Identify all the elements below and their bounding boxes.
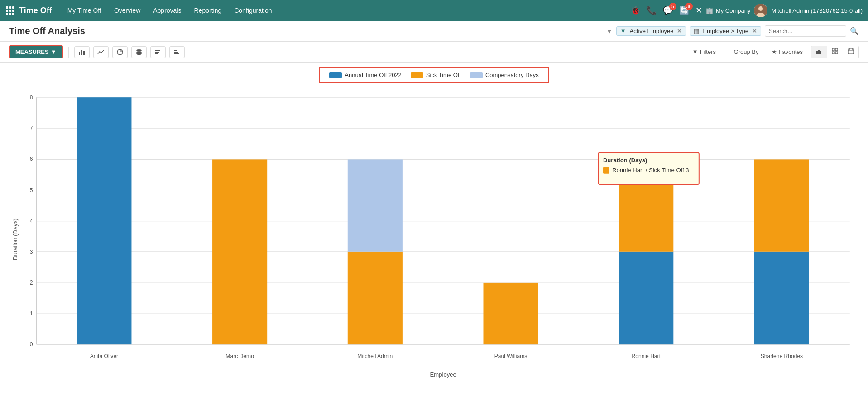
svg-text:8: 8 — [30, 94, 33, 101]
page-title: Time Off Analysis — [9, 26, 601, 36]
svg-rect-8 — [12, 13, 14, 15]
bar-chart-button[interactable] — [74, 46, 90, 58]
filter-tag-label: Employee > Type — [703, 28, 748, 34]
nav-my-time-off[interactable]: My Time Off — [61, 0, 108, 21]
svg-rect-6 — [6, 13, 8, 15]
company-name: My Company — [716, 7, 751, 14]
top-navigation: Time Off My Time Off Overview Approvals … — [0, 0, 868, 21]
groupby-button[interactable]: ≡ Group By — [724, 47, 763, 57]
search-input[interactable] — [765, 25, 846, 37]
svg-text:Ronnie Hart: Ronnie Hart — [631, 353, 661, 359]
user-avatar — [754, 4, 767, 17]
filters-button[interactable]: ▼ Filters — [688, 47, 720, 57]
svg-point-17 — [136, 51, 142, 53]
sort-asc-button[interactable] — [169, 46, 185, 58]
svg-rect-14 — [83, 51, 85, 55]
filter-icon: ▼ — [692, 48, 698, 55]
svg-text:7: 7 — [30, 125, 33, 131]
user-menu[interactable]: Mitchell Admin (17320762-15-0-all) — [754, 4, 863, 17]
svg-text:1: 1 — [30, 310, 33, 317]
filter-tag-close-icon[interactable]: ✕ — [752, 28, 757, 34]
groupby-label: Group By — [734, 48, 759, 55]
bar-mitchell-sick[interactable] — [348, 252, 403, 344]
app-logo[interactable]: Time Off — [19, 6, 52, 15]
page-header: Time Off Analysis ▼ ▼ Active Employee ✕ … — [0, 21, 868, 42]
filters-label: Filters — [700, 48, 716, 55]
bar-mitchell-compensatory[interactable] — [348, 159, 403, 251]
pie-chart-button[interactable] — [112, 46, 128, 58]
svg-rect-5 — [12, 10, 14, 12]
filter-tag-employee-type[interactable]: ▦ Employee > Type ✕ — [690, 26, 761, 36]
bar-sharlene-annual[interactable] — [754, 252, 809, 344]
bar-ronnie-annual[interactable] — [619, 252, 673, 344]
toolbar-separator — [68, 47, 69, 58]
svg-text:Ronnie Hart / Sick Time Off  3: Ronnie Hart / Sick Time Off 3 — [612, 167, 689, 174]
stack-button[interactable] — [131, 46, 147, 58]
svg-text:0: 0 — [30, 341, 33, 348]
activity-icon[interactable]: 🔄 36 — [679, 5, 689, 15]
svg-rect-21 — [155, 53, 158, 54]
view-toggle — [811, 46, 859, 58]
filter-funnel-icon: ▼ — [606, 28, 613, 35]
legend-color-annual — [329, 72, 342, 78]
legend-label-annual: Annual Time Off 2022 — [345, 72, 402, 78]
y-axis-label: Duration (Days) — [12, 218, 19, 260]
bar-anita-annual[interactable] — [77, 97, 131, 344]
svg-text:Marc Demo: Marc Demo — [225, 353, 254, 359]
svg-rect-19 — [155, 50, 160, 51]
measures-button[interactable]: MEASURES ▼ — [9, 45, 63, 58]
filter-tag-funnel-icon: ▼ — [620, 28, 626, 34]
user-name: Mitchell Admin (17320762-15-0-all) — [771, 7, 863, 14]
toolbar-right: ▼ Filters ≡ Group By ★ Favorites — [688, 46, 859, 58]
nav-overview[interactable]: Overview — [108, 0, 147, 21]
svg-point-16 — [136, 49, 142, 51]
measures-label: MEASURES — [15, 48, 49, 55]
filter-tag-active-employee[interactable]: ▼ Active Employee ✕ — [616, 26, 686, 36]
svg-rect-0 — [6, 6, 8, 9]
activity-badge: 36 — [685, 3, 693, 10]
favorites-button[interactable]: ★ Favorites — [767, 47, 807, 57]
line-chart-button[interactable] — [93, 46, 109, 58]
apps-menu-icon[interactable] — [5, 6, 14, 15]
close-icon[interactable]: ✕ — [695, 5, 702, 15]
calendar-view-button[interactable] — [843, 46, 858, 58]
bar-paul-sick[interactable] — [483, 283, 538, 344]
svg-rect-31 — [835, 52, 838, 54]
nav-icon-group: 🐞 📞 💬 5 🔄 36 ✕ — [630, 5, 702, 15]
nav-reporting[interactable]: Reporting — [188, 0, 228, 21]
filter-tag-grid-icon: ▦ — [694, 28, 699, 34]
measures-dropdown-icon: ▼ — [51, 48, 57, 55]
chart-legend: Annual Time Off 2022 Sick Time Off Compe… — [319, 67, 548, 83]
svg-rect-23 — [174, 52, 178, 53]
svg-rect-28 — [832, 48, 834, 51]
sort-desc-button[interactable] — [150, 46, 166, 58]
groupby-icon: ≡ — [729, 48, 732, 55]
svg-text:4: 4 — [30, 218, 33, 224]
svg-text:Sharlene Rhodes: Sharlene Rhodes — [761, 353, 803, 359]
nav-configuration[interactable]: Configuration — [228, 0, 278, 21]
filter-tag-close-icon[interactable]: ✕ — [677, 28, 682, 34]
svg-text:2: 2 — [30, 280, 33, 286]
svg-point-18 — [136, 53, 142, 55]
bug-icon[interactable]: 🐞 — [630, 5, 640, 15]
svg-rect-4 — [9, 10, 11, 12]
svg-rect-12 — [79, 52, 80, 55]
legend-item-annual: Annual Time Off 2022 — [329, 72, 402, 78]
phone-icon[interactable]: 📞 — [647, 5, 657, 15]
legend-item-compensatory: Compensatory Days — [470, 72, 539, 78]
svg-point-10 — [758, 6, 763, 11]
svg-rect-26 — [818, 50, 820, 54]
bar-view-button[interactable] — [811, 46, 827, 58]
bar-sharlene-sick[interactable] — [754, 159, 809, 251]
bar-marc-sick[interactable] — [212, 159, 267, 344]
svg-text:3: 3 — [30, 249, 33, 255]
grid-view-button[interactable] — [827, 46, 843, 58]
nav-approvals[interactable]: Approvals — [147, 0, 187, 21]
svg-rect-20 — [155, 52, 159, 53]
filter-tag-label: Active Employee — [630, 28, 674, 34]
company-selector[interactable]: 🏢 My Company — [706, 7, 751, 14]
svg-text:Anita Oliver: Anita Oliver — [90, 353, 119, 359]
chat-icon[interactable]: 💬 5 — [663, 5, 673, 15]
search-icon[interactable]: 🔍 — [850, 27, 859, 35]
svg-text:Duration (Days): Duration (Days) — [603, 157, 647, 164]
